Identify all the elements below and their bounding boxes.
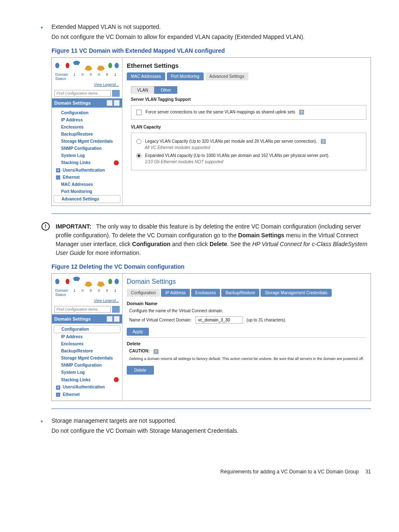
important-icon: !: [41, 222, 50, 231]
page-title: Ethernet Settings: [127, 62, 366, 69]
domain-settings-header[interactable]: Domain Settings: [52, 314, 122, 324]
figure11-caption: Figure 11 VC Domain with Extended Mapped…: [51, 47, 371, 54]
section-vlan-tagging: Server VLAN Tagging Support: [131, 97, 366, 102]
sidebar-item-stacking[interactable]: Stacking Links: [52, 376, 122, 383]
help-icon[interactable]: ?: [321, 139, 326, 144]
delete-button[interactable]: Delete: [127, 366, 154, 375]
legacy-vlan-label: Legacy VLAN Capacity (Up to 320 VLANs pe…: [145, 139, 317, 144]
error-icon[interactable]: [66, 279, 70, 284]
figure12-screenshot: DomainStatus 1 0 0 0 0 1 View Legend... …: [51, 273, 371, 401]
plus-icon[interactable]: +: [56, 168, 60, 172]
bullet2-sub: Do not configure the VC Domain with Stor…: [51, 427, 371, 435]
search-input[interactable]: [54, 90, 111, 97]
expand-icon[interactable]: [107, 316, 113, 322]
ok-icon[interactable]: [108, 279, 113, 284]
subtab-other[interactable]: Other: [154, 86, 177, 94]
view-legend-link[interactable]: View Legend...: [52, 82, 122, 88]
apply-button[interactable]: Apply: [127, 328, 149, 336]
sidebar-item-backup[interactable]: Backup/Restore: [52, 131, 122, 138]
tab-storage[interactable]: Storage Management Credentials: [261, 289, 332, 297]
legacy-vlan-radio[interactable]: [136, 139, 141, 144]
view-legend-link[interactable]: View Legend...: [52, 298, 122, 304]
sync1-icon[interactable]: [55, 63, 59, 68]
caution-label: CAUTION:: [129, 349, 150, 353]
expanded-vlan-label: Expanded VLAN capacity (Up to 1000 VLANs…: [145, 153, 330, 158]
tab-ipaddress[interactable]: IP Address: [161, 289, 189, 297]
sidebar: DomainStatus 1 0 0 0 0 1 View Legend... …: [52, 58, 123, 206]
warning2-icon[interactable]: [96, 60, 106, 71]
sidebar-item-enclosures[interactable]: Enclosures: [52, 340, 122, 347]
minus-icon[interactable]: -: [56, 393, 60, 397]
page-number: 31: [366, 469, 371, 475]
delete-label: Delete: [127, 341, 366, 346]
sidebar-item-syslog[interactable]: System Log: [52, 369, 122, 376]
domain-settings-header[interactable]: Domain Settings: [52, 98, 122, 108]
tab-advanced[interactable]: Advanced Settings: [205, 72, 248, 80]
sidebar-item-configuration[interactable]: Configuration: [54, 325, 120, 333]
help-icon[interactable]: ?: [153, 349, 159, 354]
warning2-icon[interactable]: [96, 276, 106, 287]
sync1-icon[interactable]: [55, 279, 59, 284]
sidebar-item-advanced[interactable]: Advanced Settings: [54, 195, 120, 203]
ok-icon[interactable]: [108, 63, 113, 68]
sidebar-item-enclosures[interactable]: Enclosures: [52, 123, 122, 131]
sync2-icon[interactable]: [115, 279, 119, 284]
warning1-icon[interactable]: [84, 60, 94, 71]
sidebar-item-ethernet[interactable]: -Ethernet: [52, 391, 122, 398]
error-icon[interactable]: [66, 63, 70, 68]
tab-portmon[interactable]: Port Monitoring: [167, 72, 204, 80]
sync2-icon[interactable]: [115, 63, 119, 68]
tab-mac[interactable]: MAC Addresses: [127, 72, 165, 80]
sidebar-item-storage[interactable]: Storage Mgmt Credentials: [52, 355, 122, 362]
error-badge-icon: [114, 160, 119, 165]
search-input[interactable]: [54, 306, 111, 313]
filter-icon[interactable]: [72, 61, 81, 70]
collapse-icon[interactable]: [114, 316, 120, 322]
sidebar-item-mac[interactable]: MAC Addresses: [52, 181, 122, 188]
tab-configuration[interactable]: Configuration: [127, 289, 160, 297]
domain-hint: (up to 31 characters).: [246, 318, 286, 322]
sidebar-item-backup[interactable]: Backup/Restore: [52, 347, 122, 355]
tab-enclosures[interactable]: Enclosures: [191, 289, 220, 297]
sidebar-item-ethernet[interactable]: -Ethernet: [52, 174, 122, 181]
domain-name-label: Domain Name: [127, 301, 366, 306]
page-title: Domain Settings: [127, 278, 366, 285]
search-button[interactable]: [112, 90, 120, 97]
figure11-screenshot: DomainStatus 1 0 0 0 0 1 View Legend... …: [51, 57, 371, 206]
caution-text: Deleting a domain returns all settings t…: [129, 357, 366, 361]
collapse-icon[interactable]: [114, 100, 120, 106]
help-icon[interactable]: ?: [299, 110, 304, 115]
footer-text: Requirements for adding a VC Domain to a…: [220, 469, 359, 475]
bullet1-sub: Do not configure the VC Domain to allow …: [51, 33, 371, 41]
filter-icon[interactable]: [72, 277, 81, 286]
warning1-icon[interactable]: [84, 276, 94, 287]
tab-backup[interactable]: Backup/Restore: [221, 289, 259, 297]
sidebar-item-storage[interactable]: Storage Mgmt Credentials: [52, 138, 122, 145]
sidebar-item-syslog[interactable]: System Log: [52, 152, 122, 159]
search-button[interactable]: [112, 306, 120, 313]
bullet2-title: Storage management targets are not suppo…: [51, 417, 176, 424]
sidebar-item-snmp[interactable]: SNMP Configuration: [52, 145, 122, 152]
minus-icon[interactable]: -: [56, 175, 60, 180]
figure12-caption: Figure 12 Deleting the VC Domain configu…: [51, 263, 371, 270]
plus-icon[interactable]: +: [56, 386, 60, 390]
sidebar: DomainStatus 1 0 0 0 0 1 View Legend... …: [52, 274, 123, 401]
sidebar-item-portmon[interactable]: Port Monitoring: [52, 188, 122, 195]
sidebar-item-stacking[interactable]: Stacking Links: [52, 159, 122, 167]
sidebar-item-users[interactable]: +Users/Authentication: [52, 383, 122, 391]
status-numbers: 1 0 0 0 0 1: [73, 72, 119, 81]
section-vlan-capacity: VLAN Capacity: [131, 125, 366, 129]
expand-icon[interactable]: [107, 100, 113, 106]
expanded-vlan-radio[interactable]: [136, 153, 141, 158]
sidebar-item-configuration[interactable]: Configuration: [52, 109, 122, 116]
important-text: IMPORTANT: The only way to disable this …: [56, 222, 371, 257]
domain-label: DomainStatus: [55, 72, 68, 81]
sidebar-item-ipaddress[interactable]: IP Address: [52, 116, 122, 123]
sidebar-item-snmp[interactable]: SNMP Configuration: [52, 362, 122, 369]
subtab-vlan[interactable]: VLAN: [131, 86, 154, 94]
domain-name-input[interactable]: [195, 316, 243, 324]
sidebar-item-users[interactable]: +Users/Authentication: [52, 167, 122, 174]
sidebar-item-ipaddress[interactable]: IP Address: [52, 333, 122, 340]
force-vlan-checkbox[interactable]: [136, 110, 142, 115]
expanded-vlan-note: 1/10 Gb Ethernet modules NOT supported: [136, 159, 361, 164]
